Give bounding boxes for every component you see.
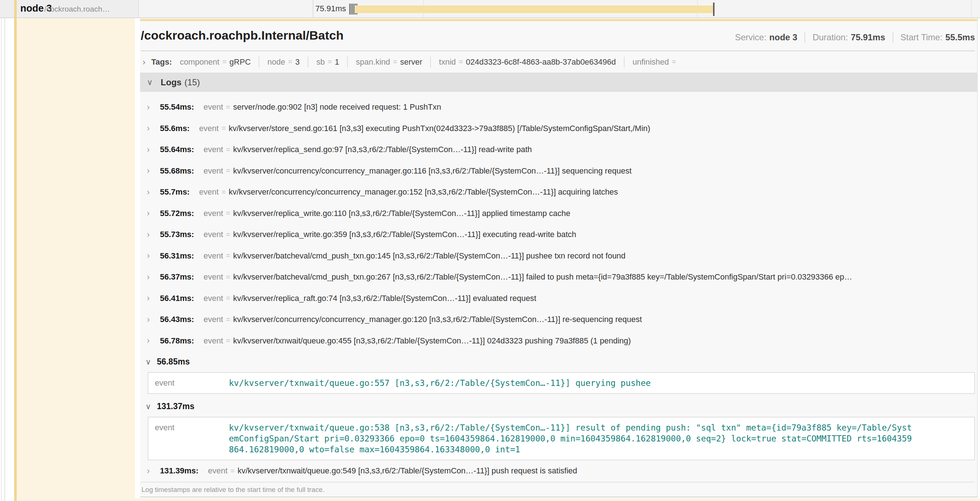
log-key: event: [208, 466, 228, 475]
log-row[interactable]: › 55.73ms: event = kv/kvserver/replica_w…: [140, 224, 977, 246]
log-row[interactable]: › 56.78ms: event = kv/kvserver/txnwait/q…: [140, 330, 977, 352]
log-key: event: [204, 102, 223, 112]
chevron-right-icon[interactable]: ›: [147, 466, 152, 476]
chevron-down-icon[interactable]: ∨: [145, 357, 151, 366]
divider: [624, 57, 625, 67]
service-value: node 3: [769, 32, 797, 43]
log-key: event: [199, 124, 219, 133]
log-value-monospace[interactable]: kv/kvserver/txnwait/queue.go:557 [n3,s3,…: [229, 378, 651, 388]
tag-key: txnid: [439, 57, 455, 67]
log-row[interactable]: › 55.64ms: event = kv/kvserver/replica_s…: [140, 139, 977, 161]
log-key: event: [155, 378, 229, 388]
chevron-right-icon[interactable]: ›: [147, 272, 152, 282]
equals-sign: =: [230, 467, 235, 475]
log-timestamp: 131.39ms:: [160, 466, 198, 475]
tag-value: gRPC: [229, 57, 251, 67]
log-row[interactable]: › 56.37ms: event = kv/kvserver/batcheval…: [140, 266, 977, 288]
log-key: event: [204, 272, 223, 282]
chevron-right-icon[interactable]: ›: [147, 102, 152, 112]
tag-value: 1: [335, 57, 339, 67]
tags-accordian[interactable]: › Tags: component = gRPC node = 3 sb = 1…: [140, 51, 977, 73]
log-value: kv/kvserver/replica_write.go:110 [n3,s3,…: [233, 209, 571, 218]
log-key: event: [204, 209, 223, 218]
tag-key: unfinished: [633, 57, 669, 67]
log-value: kv/kvserver/store_send.go:161 [n3,s3] ex…: [229, 124, 650, 133]
log-key: event: [204, 145, 223, 154]
log-row-expanded-header[interactable]: ∨ 131.37ms: [140, 396, 977, 417]
log-timestamp: 56.31ms:: [160, 251, 194, 261]
log-row[interactable]: › 55.7ms: event = kv/kvserver/concurrenc…: [140, 182, 977, 203]
chevron-down-icon[interactable]: ∨: [145, 402, 151, 411]
chevron-right-icon[interactable]: ›: [147, 230, 152, 239]
tags-label: Tags:: [151, 57, 172, 67]
log-timestamp: 55.72ms:: [160, 209, 194, 218]
log-row[interactable]: › 55.68ms: event = kv/kvserver/concurren…: [140, 161, 977, 182]
log-row[interactable]: › 56.31ms: event = kv/kvserver/batcheval…: [140, 246, 977, 267]
chevron-right-icon[interactable]: ›: [143, 57, 145, 67]
chevron-right-icon[interactable]: ›: [147, 123, 152, 133]
page-title: /cockroach.roachpb.Internal/Batch: [141, 28, 344, 43]
chevron-right-icon[interactable]: ›: [147, 294, 152, 303]
span-duration-label: 75.91ms: [315, 4, 346, 13]
next-row-edge: [17, 498, 980, 501]
equals-sign: =: [226, 337, 230, 345]
span-color-bar: [14, 0, 17, 501]
log-key: event: [204, 315, 223, 324]
log-row[interactable]: › 55.54ms: event = server/node.go:902 [n…: [140, 97, 977, 118]
log-key: event: [199, 187, 219, 197]
log-timestamp: 56.43ms:: [160, 315, 194, 324]
chevron-right-icon[interactable]: ›: [147, 251, 152, 261]
log-key: event: [204, 251, 223, 261]
log-timestamp: 55.73ms:: [160, 230, 194, 239]
log-timestamp: 55.6ms:: [160, 124, 190, 133]
tree-guide-line: [4, 18, 5, 501]
tag-value: server: [400, 57, 422, 67]
log-timestamp: 56.37ms:: [160, 272, 194, 282]
log-row[interactable]: › 56.41ms: event = kv/kvserver/replica_r…: [140, 288, 977, 309]
chevron-down-icon[interactable]: ∨: [147, 78, 153, 87]
log-value-monospace[interactable]: kv/kvserver/txnwait/queue.go:538 [n3,s3,…: [229, 422, 912, 455]
log-value: server/node.go:902 [n3] node received re…: [233, 102, 441, 112]
log-value: kv/kvserver/concurrency/concurrency_mana…: [233, 166, 632, 176]
trace-timeline-view: ∨ node 3 /cockroach.roach… 75.91ms /cock…: [0, 0, 980, 501]
equals-sign: =: [226, 103, 230, 112]
chevron-right-icon[interactable]: ›: [147, 187, 152, 197]
logs-count: (15): [184, 77, 200, 88]
log-row[interactable]: › 55.72ms: event = kv/kvserver/replica_w…: [140, 203, 977, 224]
log-key: event: [204, 230, 223, 239]
logs-accordian-header[interactable]: ∨ Logs (15): [140, 73, 977, 92]
selected-span-row-highlight: [17, 18, 135, 501]
equals-sign: =: [459, 58, 463, 66]
chevron-right-icon[interactable]: ›: [147, 145, 152, 155]
tag-item: span.kind = server: [356, 57, 422, 67]
start-time-label: Start Time:: [900, 32, 943, 43]
log-value: kv/kvserver/concurrency/concurrency_mana…: [229, 187, 618, 197]
chevron-right-icon[interactable]: ›: [147, 315, 152, 325]
log-row[interactable]: › 131.39ms: event = kv/kvserver/txnwait/…: [140, 460, 977, 482]
log-timestamp: 55.64ms:: [160, 145, 194, 154]
column-resizer[interactable]: [313, 0, 313, 18]
duration-label: Duration:: [813, 32, 848, 43]
divider: [805, 32, 805, 43]
chevron-right-icon[interactable]: ›: [147, 336, 152, 346]
divider: [259, 57, 259, 67]
log-timestamp: 55.68ms:: [160, 166, 194, 176]
tag-item: component = gRPC: [180, 57, 251, 67]
log-value: kv/kvserver/replica_send.go:97 [n3,s3,r6…: [233, 145, 532, 154]
log-timestamp: 55.54ms:: [160, 102, 194, 112]
log-detail-table: event kv/kvserver/txnwait/queue.go:538 […: [148, 417, 975, 460]
log-timestamp: 55.7ms:: [160, 187, 190, 197]
chevron-right-icon[interactable]: ›: [147, 208, 152, 218]
span-detail-panel: /cockroach.roachpb.Internal/Batch Servic…: [140, 19, 978, 497]
chevron-right-icon[interactable]: ›: [147, 166, 152, 176]
log-row[interactable]: › 56.43ms: event = kv/kvserver/concurren…: [140, 309, 977, 330]
start-time-value: 55.5ms: [945, 32, 975, 43]
span-duration-bar[interactable]: [355, 5, 714, 13]
log-row-expanded-header[interactable]: ∨ 56.85ms: [140, 351, 977, 372]
log-value: kv/kvserver/batcheval/cmd_push_txn.go:14…: [233, 251, 626, 261]
span-operation-name[interactable]: /cockroach.roach…: [44, 5, 110, 13]
equals-sign: =: [226, 167, 230, 175]
equals-sign: =: [226, 145, 230, 154]
log-value: kv/kvserver/txnwait/queue.go:549 [n3,s3,…: [237, 466, 577, 475]
log-row[interactable]: › 55.6ms: event = kv/kvserver/store_send…: [140, 118, 977, 139]
